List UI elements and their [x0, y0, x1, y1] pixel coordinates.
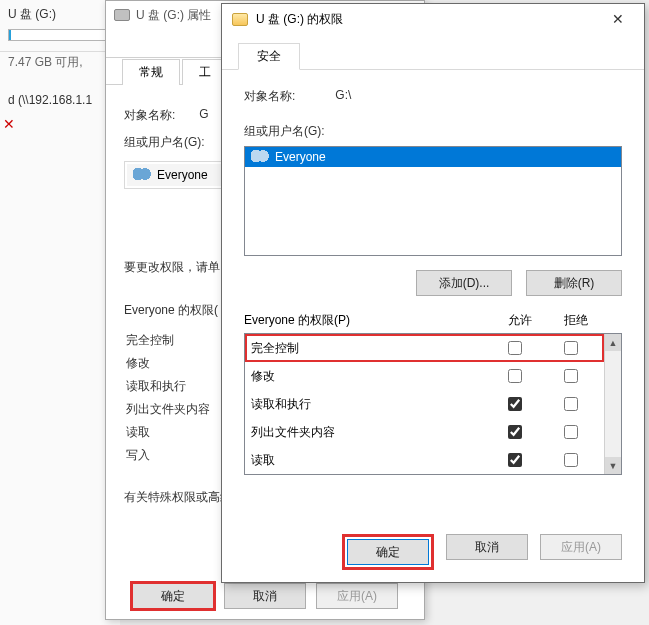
deny-checkbox[interactable] [564, 341, 578, 355]
permissions-caption: Everyone 的权限(P) [244, 312, 492, 329]
permission-name: 完全控制 [251, 340, 486, 357]
permission-row: 完全控制 [245, 334, 604, 362]
tab-security[interactable]: 安全 [238, 43, 300, 70]
drive-capacity-bar [8, 29, 112, 41]
cancel-button[interactable]: 取消 [224, 583, 306, 609]
cancel-button[interactable]: 取消 [446, 534, 528, 560]
permission-name: 修改 [251, 368, 486, 385]
allow-checkbox[interactable] [508, 341, 522, 355]
deny-checkbox[interactable] [564, 397, 578, 411]
allow-checkbox[interactable] [508, 425, 522, 439]
deny-checkbox[interactable] [564, 369, 578, 383]
permission-name: 读取 [251, 452, 486, 469]
group-icon [133, 168, 151, 182]
add-button[interactable]: 添加(D)... [416, 270, 512, 296]
object-name-value: G:\ [335, 88, 351, 105]
apply-button[interactable]: 应用(A) [316, 583, 398, 609]
permissions-grid: 完全控制修改读取和执行列出文件夹内容读取 ▲ ▼ [244, 333, 622, 475]
permissions-title: U 盘 (G:) 的权限 [256, 11, 598, 28]
ok-highlight-frame: 确定 [342, 534, 434, 570]
remove-button[interactable]: 删除(R) [526, 270, 622, 296]
close-icon[interactable]: ✕ [3, 116, 15, 132]
groups-listbox[interactable]: Everyone [244, 146, 622, 256]
column-allow: 允许 [492, 312, 548, 329]
groups-label: 组或用户名(G): [244, 123, 622, 140]
permissions-button-row: 确定 取消 应用(A) [222, 534, 644, 570]
scroll-up-icon[interactable]: ▲ [605, 334, 621, 351]
group-item-everyone-selected[interactable]: Everyone [245, 147, 621, 167]
drive-icon [114, 9, 130, 21]
network-drive-label[interactable]: d (\\192.168.1.1 [0, 73, 120, 111]
deny-checkbox[interactable] [564, 425, 578, 439]
deny-checkbox[interactable] [564, 453, 578, 467]
drive-label[interactable]: U 盘 (G:) [0, 0, 120, 29]
permissions-dialog: U 盘 (G:) 的权限 ✕ 安全 对象名称: G:\ 组或用户名(G): Ev… [221, 3, 645, 583]
allow-checkbox[interactable] [508, 453, 522, 467]
permission-row: 列出文件夹内容 [245, 418, 604, 446]
tab-general[interactable]: 常规 [122, 59, 180, 85]
properties-title: U 盘 (G:) 属性 [136, 7, 211, 24]
ok-button[interactable]: 确定 [347, 539, 429, 565]
column-deny: 拒绝 [548, 312, 604, 329]
object-name-label: 对象名称: [244, 88, 295, 105]
properties-button-row: 确定 取消 应用(A) [106, 583, 424, 609]
permission-name: 读取和执行 [251, 396, 486, 413]
close-button[interactable]: ✕ [598, 8, 638, 30]
apply-button[interactable]: 应用(A) [540, 534, 622, 560]
drive-capacity-text: 7.47 GB 可用, [0, 51, 120, 73]
permission-row: 读取和执行 [245, 390, 604, 418]
permissions-titlebar[interactable]: U 盘 (G:) 的权限 ✕ [222, 4, 644, 34]
permission-row: 修改 [245, 362, 604, 390]
permissions-tabstrip: 安全 [222, 34, 644, 70]
ok-button[interactable]: 确定 [132, 583, 214, 609]
scrollbar[interactable]: ▲ ▼ [604, 334, 621, 474]
object-name-value: G [199, 107, 208, 124]
scroll-down-icon[interactable]: ▼ [605, 457, 621, 474]
folder-icon [232, 13, 248, 26]
allow-checkbox[interactable] [508, 397, 522, 411]
permission-row: 读取 [245, 446, 604, 474]
group-icon [251, 150, 269, 164]
group-item-label: Everyone [275, 150, 326, 164]
object-name-label: 对象名称: [124, 107, 175, 124]
allow-checkbox[interactable] [508, 369, 522, 383]
permission-name: 列出文件夹内容 [251, 424, 486, 441]
explorer-side: U 盘 (G:) 7.47 GB 可用, d (\\192.168.1.1 ✕ [0, 0, 120, 625]
group-item-label: Everyone [157, 168, 208, 182]
